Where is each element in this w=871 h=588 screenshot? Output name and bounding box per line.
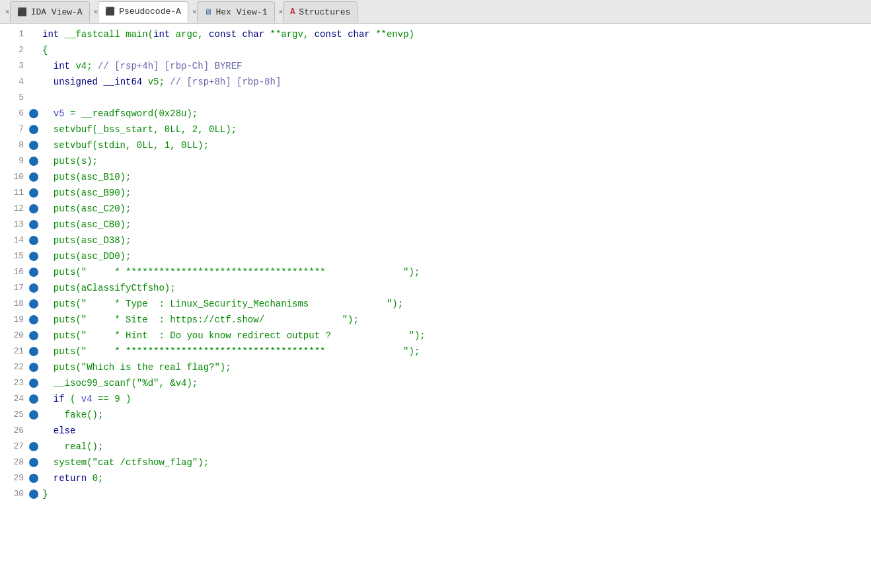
code-text[interactable]: __isoc99_scanf("%d", &v4); [42, 375, 198, 391]
code-text[interactable]: } [42, 486, 48, 502]
line-number: 19 [5, 312, 24, 328]
code-area: 1 int __fastcall main(int argc, const ch… [0, 24, 871, 588]
code-text[interactable]: puts(asc_B90); [42, 185, 131, 201]
breakpoint-dot[interactable] [29, 141, 38, 150]
line-number: 8 [5, 137, 24, 153]
breakpoint-dot[interactable] [29, 109, 38, 118]
line-number: 18 [5, 296, 24, 312]
code-line: 5 [0, 90, 871, 106]
tab-label-struct: Structures [299, 7, 350, 17]
line-number: 5 [5, 90, 24, 106]
code-text[interactable]: puts(" * Site : https://ctf.show/ "); [42, 312, 359, 328]
code-line: 28 system("cat /ctfshow_flag"); [0, 455, 871, 470]
tab-label-ida: IDA View-A [31, 7, 83, 17]
code-text[interactable]: puts(aClassifyCtfsho); [42, 280, 176, 296]
breakpoint-dot[interactable] [29, 410, 38, 420]
line-number: 22 [5, 359, 24, 375]
line-number: 26 [5, 423, 24, 439]
breakpoint-dot[interactable] [29, 458, 38, 467]
breakpoint-dot[interactable] [29, 157, 38, 166]
breakpoint-dot[interactable] [29, 474, 38, 483]
code-line: 8 setvbuf(stdin, 0LL, 1, 0LL); [0, 137, 871, 153]
breakpoint-dot[interactable] [29, 268, 38, 277]
code-text[interactable]: v5 = __readfsqword(0x28u); [42, 106, 198, 122]
no-breakpoint [29, 61, 38, 71]
code-line: 12 puts(asc_C20); [0, 201, 871, 217]
code-text[interactable]: { [42, 42, 48, 58]
code-line: 2 { [0, 42, 871, 58]
breakpoint-dot[interactable] [29, 220, 38, 229]
tab-pseudocode[interactable]: ⬛ Pseudocode-A [98, 1, 188, 22]
line-number: 6 [5, 106, 24, 122]
code-line: 15 puts(asc_DD0); [0, 248, 871, 264]
line-number: 4 [5, 74, 24, 90]
code-text[interactable]: puts(asc_B10); [42, 169, 131, 185]
breakpoint-dot[interactable] [29, 331, 38, 340]
code-text[interactable]: puts(s); [42, 153, 98, 169]
code-text[interactable]: int v4; // [rsp+4h] [rbp-Ch] BYREF [42, 58, 242, 74]
code-text[interactable]: if ( v4 == 9 ) [42, 391, 131, 407]
code-line: 20 puts(" * Hint : Do you know redirect … [0, 328, 871, 344]
line-number: 9 [5, 153, 24, 169]
line-number: 13 [5, 217, 24, 233]
code-line: 4 unsigned __int64 v5; // [rsp+8h] [rbp-… [0, 74, 871, 90]
breakpoint-dot[interactable] [29, 188, 38, 198]
tab-close-ida[interactable]: ✕ [5, 7, 10, 16]
code-text[interactable]: setvbuf(stdin, 0LL, 1, 0LL); [42, 137, 209, 153]
breakpoint-dot[interactable] [29, 394, 38, 404]
tab-ida-view[interactable]: ⬛ IDA View-A [10, 1, 90, 22]
code-text[interactable]: setvbuf(_bss_start, 0LL, 2, 0LL); [42, 122, 237, 137]
breakpoint-dot[interactable] [29, 125, 38, 134]
code-line: 7 setvbuf(_bss_start, 0LL, 2, 0LL); [0, 122, 871, 137]
breakpoint-dot[interactable] [29, 252, 38, 261]
code-text[interactable]: puts(asc_DD0); [42, 248, 131, 264]
code-line: 22 puts("Which is the real flag?"); [0, 359, 871, 375]
code-text[interactable]: else [42, 423, 75, 439]
code-text[interactable]: puts(asc_CB0); [42, 217, 131, 233]
code-text[interactable]: return 0; [42, 470, 103, 486]
line-number: 2 [5, 42, 24, 58]
tab-hex-view[interactable]: 🖥 Hex View-1 [197, 1, 275, 22]
code-text[interactable]: puts(" * Hint : Do you know redirect out… [42, 328, 426, 344]
breakpoint-dot[interactable] [29, 299, 38, 309]
tab-icon-ida: ⬛ [17, 7, 27, 17]
line-number: 7 [5, 122, 24, 137]
no-breakpoint [29, 30, 38, 39]
code-text[interactable]: puts(" * *******************************… [42, 264, 420, 280]
tab-icon-struct: A [290, 7, 295, 17]
line-number: 11 [5, 185, 24, 201]
breakpoint-dot[interactable] [29, 363, 38, 372]
line-number: 3 [5, 58, 24, 74]
breakpoint-dot[interactable] [29, 204, 38, 213]
code-text[interactable]: system("cat /ctfshow_flag"); [42, 455, 209, 470]
tab-close-struct[interactable]: ✕ [279, 7, 284, 16]
line-number: 24 [5, 391, 24, 407]
breakpoint-dot[interactable] [29, 315, 38, 324]
tab-close-pseudo[interactable]: ✕ [94, 7, 98, 16]
code-text[interactable]: fake(); [42, 407, 103, 423]
code-line: 30 } [0, 486, 871, 502]
code-text[interactable]: puts(asc_D38); [42, 233, 131, 248]
code-line: 29 return 0; [0, 470, 871, 486]
tab-structures[interactable]: A Structures [283, 1, 358, 22]
code-text[interactable]: puts("Which is the real flag?"); [42, 359, 231, 375]
code-text[interactable]: real(); [42, 439, 103, 455]
code-text[interactable]: puts(asc_C20); [42, 201, 131, 217]
code-text[interactable]: int __fastcall main(int argc, const char… [42, 26, 414, 42]
code-text[interactable]: puts(" * *******************************… [42, 344, 420, 359]
code-text[interactable]: unsigned __int64 v5; // [rsp+8h] [rbp-8h… [42, 74, 281, 90]
tab-close-hex[interactable]: ✕ [192, 7, 197, 16]
breakpoint-dot[interactable] [29, 283, 38, 293]
breakpoint-dot[interactable] [29, 379, 38, 388]
code-text[interactable]: puts(" * Type : Linux_Security_Mechanism… [42, 296, 403, 312]
tab-label-hex: Hex View-1 [216, 7, 268, 17]
breakpoint-dot[interactable] [29, 347, 38, 356]
code-line: 9 puts(s); [0, 153, 871, 169]
tab-icon-pseudo: ⬛ [105, 7, 115, 17]
breakpoint-dot[interactable] [29, 236, 38, 245]
line-number: 30 [5, 486, 24, 502]
breakpoint-dot[interactable] [29, 490, 38, 499]
breakpoint-dot[interactable] [29, 442, 38, 451]
code-line: 23 __isoc99_scanf("%d", &v4); [0, 375, 871, 391]
breakpoint-dot[interactable] [29, 172, 38, 182]
